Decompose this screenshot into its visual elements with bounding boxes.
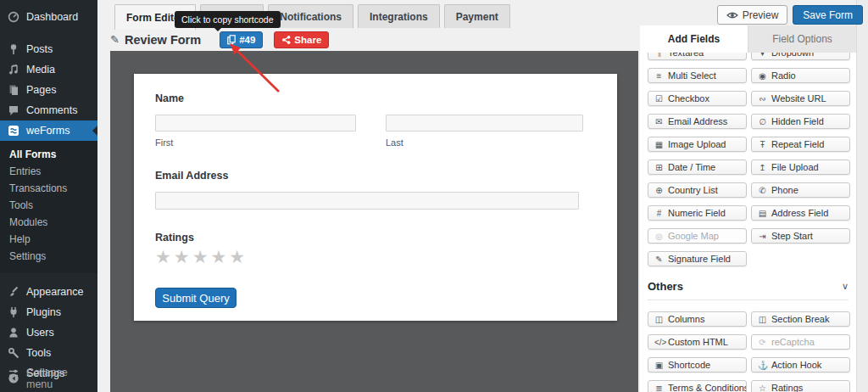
- field-button[interactable]: ⚓ Action Hook: [751, 357, 850, 372]
- field-button-label: Section Break: [771, 314, 829, 324]
- submit-query-button[interactable]: Submit Query: [155, 288, 236, 308]
- share-icon: [281, 35, 291, 45]
- sidebar-item-posts[interactable]: Posts: [0, 39, 97, 59]
- field-button[interactable]: </> Custom HTML: [648, 334, 747, 350]
- sidebar-item-media[interactable]: Media: [0, 59, 97, 80]
- field-button[interactable]: ✎ Signature Field: [648, 251, 747, 266]
- first-name-sublabel: First: [155, 137, 356, 148]
- submenu-item[interactable]: Settings: [0, 248, 97, 265]
- field-button[interactable]: ▦ Image Upload: [648, 137, 747, 152]
- field-button[interactable]: ≣ Terms & Conditions: [648, 380, 747, 392]
- share-button[interactable]: Share: [274, 31, 329, 48]
- sidebar-item-appearance[interactable]: Appearance: [0, 282, 97, 302]
- panel-body: ¶ Textarea ▾ Dropdown ≡ Multi Select ◉ R…: [640, 53, 856, 392]
- field-button[interactable]: ⟳ reCaptcha: [751, 334, 850, 350]
- first-name-input[interactable]: [155, 115, 356, 132]
- field-button-label: Terms & Conditions: [668, 383, 747, 392]
- field-button-label: Phone: [771, 185, 798, 195]
- field-button[interactable]: ◎ Google Map: [648, 228, 747, 244]
- envelope-icon: ✉: [654, 117, 664, 126]
- field-button[interactable]: ✆ Phone: [751, 182, 850, 198]
- sidebar-item-plugins[interactable]: Plugins: [0, 302, 97, 322]
- submenu-item[interactable]: Transactions: [0, 180, 97, 197]
- field-button[interactable]: ≡ Multi Select: [648, 68, 747, 83]
- field-button[interactable]: ☆ Ratings: [751, 380, 850, 392]
- form-preview-card: Name First Last Email Address Ratings ★★…: [134, 74, 617, 321]
- page-scrollbar[interactable]: [856, 0, 868, 392]
- edit-pencil-icon[interactable]: ✎: [110, 33, 120, 46]
- field-button-label: Numeric Field: [668, 208, 726, 218]
- field-button[interactable]: ✉ Email Address: [648, 114, 747, 129]
- field-button-label: Google Map: [668, 231, 719, 241]
- field-button[interactable]: ⊕ Country List: [648, 182, 747, 198]
- field-button[interactable]: ↥ File Upload: [751, 160, 850, 175]
- chevron-down-icon[interactable]: ∨: [842, 281, 849, 292]
- columns-icon: ◫: [654, 315, 664, 324]
- first-name-group: First: [155, 115, 356, 148]
- address-card-icon: ▤: [758, 209, 767, 218]
- textarea-icon: ¶: [654, 53, 664, 58]
- last-name-input[interactable]: [386, 115, 583, 132]
- tab-add-fields[interactable]: Add Fields: [640, 25, 748, 53]
- preview-button[interactable]: Preview: [717, 5, 788, 25]
- tab-notifications[interactable]: Notifications: [268, 4, 353, 28]
- submenu-item[interactable]: All Forms: [0, 146, 97, 163]
- phone-icon: ✆: [758, 186, 767, 195]
- brush-icon: [8, 286, 19, 298]
- tab-payment[interactable]: Payment: [444, 4, 510, 28]
- globe-icon: ⊕: [654, 186, 664, 195]
- panel-tabs: Add Fields Field Options: [640, 25, 856, 53]
- field-button[interactable]: ☑ Checkbox: [648, 91, 747, 106]
- field-button[interactable]: ∅ Hidden Field: [751, 114, 850, 129]
- music-note-icon: [8, 64, 19, 76]
- sidebar-item-dashboard[interactable]: Dashboard: [0, 7, 97, 27]
- field-button[interactable]: ◫ Columns: [648, 311, 747, 327]
- field-button[interactable]: ◉ Radio: [751, 68, 850, 83]
- sidebar-item-users[interactable]: Users: [0, 322, 97, 343]
- field-button[interactable]: ▤ Address Field: [751, 205, 850, 221]
- others-title: Others: [648, 280, 683, 293]
- field-button[interactable]: ∾ Website URL: [751, 91, 850, 106]
- sidebar-item-tools[interactable]: Tools: [0, 343, 97, 363]
- field-button-label: Multi Select: [668, 70, 716, 81]
- submenu-item[interactable]: Modules: [0, 214, 97, 231]
- sidebar-item-comments[interactable]: Comments: [0, 100, 97, 120]
- last-name-group: Last: [386, 115, 583, 148]
- field-button[interactable]: ◫ Section Break: [751, 311, 850, 327]
- weforms-submenu: All FormsEntriesTransactionsToolsModules…: [0, 141, 97, 273]
- admin-sidebar: Dashboard Posts Media Pages Comments weF…: [0, 0, 97, 392]
- shortcode-copy-button[interactable]: #49: [220, 31, 263, 48]
- field-button[interactable]: # Numeric Field: [648, 205, 747, 221]
- field-button-label: Country List: [668, 185, 718, 195]
- field-button[interactable]: ⇥ Step Start: [751, 228, 850, 244]
- field-button[interactable]: ¶ Textarea: [648, 53, 747, 60]
- dashboard-icon: [8, 11, 19, 23]
- submenu-item[interactable]: Help: [0, 231, 97, 248]
- signature-icon: ✎: [654, 255, 664, 264]
- sidebar-item-weforms[interactable]: weForms: [0, 120, 97, 141]
- field-button[interactable]: ⊞ Date / Time: [648, 160, 747, 175]
- field-button-label: Textarea: [668, 53, 704, 58]
- email-input[interactable]: [155, 192, 579, 210]
- field-button[interactable]: Ŧ Repeat Field: [751, 137, 850, 152]
- text-cursor-icon: Ŧ: [758, 140, 767, 149]
- calendar-icon: ⊞: [654, 163, 664, 172]
- pages-icon: [8, 84, 19, 96]
- name-field-label: Name: [155, 92, 596, 104]
- collapse-menu-button[interactable]: Collapse menu: [0, 368, 97, 389]
- sidebar-item-pages[interactable]: Pages: [0, 80, 97, 100]
- rating-stars[interactable]: ★★★★★: [155, 248, 596, 266]
- field-button[interactable]: ▣ Shortcode: [648, 357, 747, 372]
- tab-integrations[interactable]: Integrations: [358, 4, 440, 28]
- dropdown-icon: ▾: [758, 53, 767, 58]
- field-button-label: Image Upload: [668, 139, 726, 149]
- submenu-item[interactable]: Tools: [0, 197, 97, 214]
- submenu-item[interactable]: Entries: [0, 163, 97, 180]
- user-icon: [8, 327, 19, 339]
- tab-field-options[interactable]: Field Options: [748, 25, 856, 53]
- shortcode-tooltip: Click to copy shortcode: [175, 11, 281, 28]
- checkbox-icon: ☑: [654, 94, 664, 104]
- save-form-button[interactable]: Save Form: [793, 5, 863, 25]
- field-button[interactable]: ▾ Dropdown: [751, 53, 850, 60]
- field-button-label: Address Field: [771, 208, 828, 218]
